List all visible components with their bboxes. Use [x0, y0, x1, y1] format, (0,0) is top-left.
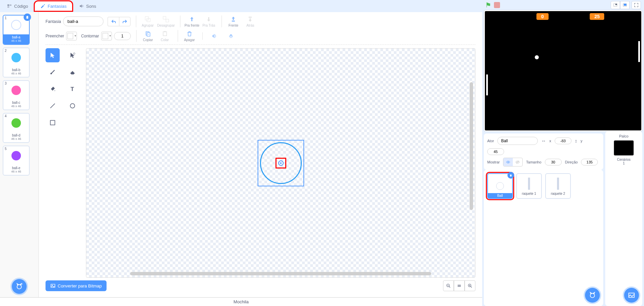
sprite-tile-raquete1[interactable]: raquete 1 — [516, 173, 542, 199]
sprite-name-input[interactable] — [497, 137, 538, 145]
image-icon — [50, 283, 56, 288]
outline-color-picker[interactable]: ▼ — [101, 32, 112, 40]
costume-dims: 46 x 46 — [3, 137, 29, 141]
svg-rect-16 — [232, 21, 235, 22]
svg-rect-0 — [7, 4, 9, 6]
stage[interactable]: 0 25 — [484, 10, 642, 131]
backdrops-label: Cenários — [617, 158, 631, 161]
ball-sprite[interactable] — [535, 55, 539, 59]
reshape-tool[interactable] — [65, 48, 80, 62]
svg-rect-17 — [249, 17, 252, 18]
costume-number: 3 — [5, 82, 7, 85]
sprite-name-label: raquete 2 — [550, 191, 566, 196]
fill-color-picker[interactable]: ▼ — [66, 32, 77, 40]
forward-button[interactable]: Pra frente — [184, 16, 199, 27]
hide-sprite-button[interactable] — [513, 158, 522, 166]
svg-rect-50 — [528, 178, 530, 190]
svg-point-9 — [17, 285, 22, 289]
add-sprite-button[interactable] — [585, 288, 600, 303]
costume-item-1[interactable]: 1 ball-a46 x 46 — [3, 15, 30, 45]
front-button[interactable]: Frente — [226, 16, 241, 27]
select-tool[interactable] — [46, 48, 60, 62]
stage-large-button[interactable] — [620, 1, 630, 9]
line-tool[interactable] — [46, 99, 60, 113]
zoom-reset-button[interactable] — [454, 280, 465, 291]
costume-name-label: ball-b — [3, 68, 29, 72]
cat-plus-icon: + — [16, 283, 23, 290]
costume-dims: 46 x 46 — [3, 104, 29, 108]
costume-item-2[interactable]: 2 ball-b46 x 46 — [3, 48, 30, 78]
forward-icon — [189, 16, 195, 22]
stop-button[interactable] — [494, 2, 500, 8]
left-paddle-sprite[interactable] — [486, 74, 488, 95]
zoom-out-icon — [446, 283, 451, 288]
back-button[interactable]: Atrás — [243, 16, 258, 27]
group-button[interactable]: Agrupar — [140, 16, 155, 27]
costume-name-input[interactable] — [63, 17, 104, 26]
sprite-list: Ball raquete 1 raquete 2 — [484, 170, 603, 306]
sprite-x-input[interactable] — [555, 137, 572, 144]
add-backdrop-button[interactable] — [624, 288, 639, 303]
undo-button[interactable] — [108, 17, 119, 26]
zoom-in-button[interactable] — [465, 280, 475, 291]
fill-tool[interactable] — [46, 82, 60, 96]
rect-tool[interactable] — [46, 116, 60, 130]
sprite-tile-raquete2[interactable]: raquete 2 — [545, 173, 571, 199]
copy-icon: + — [145, 31, 151, 37]
copy-button[interactable]: +Copiar — [141, 30, 155, 42]
brush-icon — [40, 3, 46, 9]
rotation-center-highlight — [275, 158, 286, 169]
right-paddle-sprite[interactable] — [638, 41, 640, 62]
trash-icon — [509, 174, 513, 177]
stage-thumbnail[interactable] — [614, 140, 634, 156]
eraser-icon — [69, 69, 76, 75]
costume-item-5[interactable]: 5 ball-e46 x 46 — [3, 146, 30, 176]
svg-rect-44 — [624, 4, 626, 6]
text-tool[interactable]: T — [65, 82, 80, 96]
delete-button[interactable]: Apagar — [182, 30, 197, 42]
costume-item-3[interactable]: 3 ball-c46 x 46 — [3, 80, 30, 110]
trash-icon — [186, 31, 193, 37]
fullscreen-button[interactable] — [632, 1, 641, 9]
green-flag-button[interactable]: ⚑ — [485, 1, 491, 9]
size-label: Tamanho — [526, 160, 541, 164]
convert-bitmap-button[interactable]: Converter para Bitmap — [46, 280, 107, 291]
sprite-tile-ball[interactable]: Ball — [487, 173, 513, 199]
flip-vertical-button[interactable] — [224, 32, 238, 40]
tab-costumes[interactable]: Fantasias — [34, 1, 72, 11]
redo-button[interactable] — [119, 17, 130, 26]
backpack-bar[interactable]: Mochila — [0, 297, 482, 306]
tab-sounds[interactable]: Sons — [73, 1, 103, 11]
backward-button[interactable]: Pra Trás — [201, 16, 216, 27]
eraser-tool[interactable] — [65, 65, 80, 79]
x-arrow-icon: ↔ — [541, 138, 546, 144]
outline-width-input[interactable] — [114, 32, 131, 40]
zoom-out-button[interactable] — [443, 280, 454, 291]
stage-small-button[interactable] — [611, 1, 620, 9]
svg-point-5 — [11, 53, 21, 62]
brush-tool[interactable] — [46, 65, 60, 79]
sprite-delete-button[interactable] — [507, 172, 514, 179]
show-sprite-button[interactable] — [503, 158, 513, 166]
sprite-direction-input[interactable] — [581, 159, 598, 165]
svg-point-52 — [590, 294, 595, 298]
costume-item-4[interactable]: 4 ball-d46 x 46 — [3, 113, 30, 143]
paste-button[interactable]: Colar — [157, 30, 172, 42]
svg-rect-42 — [615, 4, 617, 5]
flip-horizontal-button[interactable] — [207, 32, 222, 40]
add-costume-button[interactable]: + — [12, 279, 27, 294]
ungroup-button[interactable]: Desagrupar — [157, 16, 175, 27]
sprite-name-label: Ball — [488, 193, 512, 198]
paint-canvas[interactable] — [86, 48, 475, 278]
canvas-scrollbar-vertical[interactable] — [470, 82, 473, 210]
costume-name-label: ball-d — [3, 133, 29, 137]
selection-box[interactable] — [258, 140, 304, 186]
circle-tool[interactable] — [65, 99, 80, 113]
svg-rect-13 — [163, 17, 166, 19]
delete-costume-button[interactable] — [24, 13, 31, 21]
costume-name-label: ball-c — [3, 101, 29, 104]
tab-code[interactable]: Código — [1, 1, 34, 11]
canvas-scrollbar-horizontal[interactable] — [130, 272, 431, 275]
sprite-y-input[interactable] — [487, 148, 504, 155]
sprite-size-input[interactable] — [545, 159, 562, 165]
